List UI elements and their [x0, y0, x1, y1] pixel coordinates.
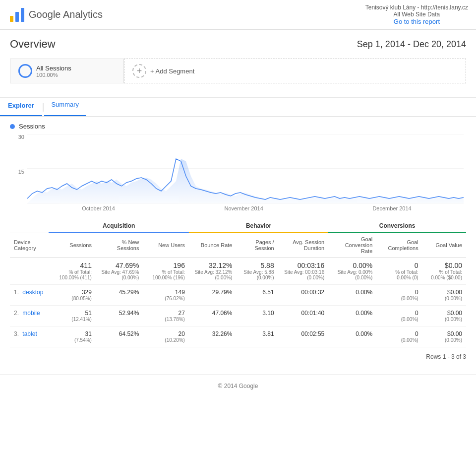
row-new-users-sub: (76.02%)	[147, 296, 184, 301]
group-behavior: Behavior	[189, 219, 328, 233]
chart-area: October 2014 November 2014 December 2014	[27, 134, 466, 215]
overview-header: Overview Sep 1, 2014 - Dec 20, 2014	[10, 38, 466, 51]
overview-title: Overview	[10, 38, 56, 51]
totals-row: 411 % of Total: 100.00% (411) 47.69% Sit…	[10, 258, 466, 285]
total-goal-conv: 0.00% Site Avg: 0.00% (0.00%)	[328, 258, 376, 285]
row-goal-comp: 0 (0.00%)	[376, 326, 422, 347]
report-link[interactable]: Go to this report	[394, 18, 440, 25]
legend-dot-icon	[10, 124, 15, 129]
segment-name: All Sessions	[36, 65, 71, 72]
sessions-chart	[27, 134, 464, 203]
col-pages: Pages / Session	[236, 233, 278, 258]
row-goal-value-sub: (0.00%)	[426, 317, 462, 322]
total-goal-comp-sub: % of Total: 0.00% (0)	[380, 269, 418, 280]
row-bounce: 47.06%	[189, 306, 237, 326]
x-label-dec: December 2014	[372, 205, 411, 211]
legend-label: Sessions	[19, 123, 45, 130]
row-new-users: 149 (76.02%)	[143, 285, 188, 306]
col-goal-comp: Goal Completions	[376, 233, 422, 258]
total-bounce-sub: Site Avg: 32.12% (0.00%)	[193, 269, 233, 280]
chart-wrapper: 30 15	[10, 134, 466, 215]
col-pct-new: % New Sessions	[96, 233, 143, 258]
add-segment-icon: +	[132, 64, 146, 78]
col-device-category: Device Category	[10, 233, 49, 258]
tab-explorer[interactable]: Explorer	[0, 98, 42, 116]
segment-circle-icon	[18, 64, 32, 78]
total-duration-sub: Site Avg: 00:03:16 (0.00%)	[282, 269, 325, 280]
col-sessions: Sessions	[49, 233, 96, 258]
total-new-users-sub: % of Total: 100.00% (196)	[147, 269, 184, 280]
total-goal-conv-sub: Site Avg: 0.00% (0.00%)	[332, 269, 372, 280]
col-new-users: New Users	[143, 233, 188, 258]
svg-rect-0	[10, 16, 13, 22]
row-new-users-sub: (13.78%)	[147, 317, 184, 322]
group-conversions: Conversions	[328, 219, 466, 233]
row-pages: 3.81	[236, 326, 278, 347]
table-row: 1. desktop 329 (80.05%) 45.29% 149 (76.0…	[10, 285, 466, 306]
spacer	[0, 215, 476, 219]
tab-summary[interactable]: Summary	[44, 98, 86, 116]
row-device-category: 2. mobile	[10, 306, 49, 326]
chart-section: Sessions 30 15	[0, 117, 476, 215]
site-name: Tenisový klub Lány - http://tenis.lany.c…	[365, 4, 468, 11]
header: Google Analytics Tenisový klub Lány - ht…	[0, 0, 476, 30]
row-goal-comp: 0 (0.00%)	[376, 306, 422, 326]
row-sessions-sub: (12.41%)	[53, 317, 92, 322]
col-goal-conv: Goal Conversion Rate	[328, 233, 376, 258]
row-link[interactable]: mobile	[22, 310, 40, 317]
data-table: Acquisition Behavior Conversions Device …	[10, 219, 466, 347]
row-num: 3.	[14, 330, 19, 337]
segment-bar: All Sessions 100.00% + + Add Segment	[10, 59, 466, 83]
rows-count: Rows 1 - 3 of 3	[10, 353, 466, 360]
total-goal-value: $0.00 % of Total: 0.00% ($0.00)	[422, 258, 466, 285]
row-pct-new: 52.94%	[96, 306, 143, 326]
row-new-users: 20 (10.20%)	[143, 326, 188, 347]
segment-text: All Sessions 100.00%	[36, 65, 71, 78]
row-goal-value: $0.00 (0.00%)	[422, 326, 466, 347]
row-sessions: 31 (7.54%)	[49, 326, 96, 347]
svg-rect-1	[15, 12, 19, 22]
logo-text: Google Analytics	[29, 9, 103, 20]
row-pages: 6.51	[236, 285, 278, 306]
col-duration: Avg. Session Duration	[278, 233, 329, 258]
row-goal-comp-sub: (0.00%)	[380, 337, 418, 343]
total-pages-sub: Site Avg: 5.88 (0.00%)	[240, 269, 274, 280]
row-goal-conv: 0.00%	[328, 326, 376, 347]
total-duration: 00:03:16 Site Avg: 00:03:16 (0.00%)	[278, 258, 329, 285]
site-sub: All Web Site Data	[365, 11, 468, 18]
row-goal-comp-sub: (0.00%)	[380, 296, 418, 301]
active-segment[interactable]: All Sessions 100.00%	[10, 59, 124, 83]
row-duration: 00:01:40	[278, 306, 329, 326]
row-duration: 00:02:55	[278, 326, 329, 347]
x-label-nov: November 2014	[225, 205, 263, 211]
total-goal-value-sub: % of Total: 0.00% ($0.00)	[426, 269, 462, 280]
total-pct-new: 47.69% Site Avg: 47.69% (0.00%)	[96, 258, 143, 285]
add-segment-button[interactable]: + + Add Segment	[124, 59, 466, 83]
row-goal-value-sub: (0.00%)	[426, 296, 462, 301]
x-axis-labels: October 2014 November 2014 December 2014	[27, 205, 466, 215]
row-goal-value: $0.00 (0.00%)	[422, 306, 466, 326]
row-pages: 3.10	[236, 306, 278, 326]
row-link[interactable]: desktop	[22, 289, 43, 296]
group-acquisition: Acquisition	[49, 219, 189, 233]
col-goal-value: Goal Value	[422, 233, 466, 258]
footer-text: © 2014 Google	[218, 383, 258, 390]
total-bounce: 32.12% Site Avg: 32.12% (0.00%)	[189, 258, 237, 285]
add-segment-label: + Add Segment	[150, 67, 194, 75]
row-device-category: 3. tablet	[10, 326, 49, 347]
y-axis: 30 15	[10, 134, 27, 203]
row-new-users-sub: (10.20%)	[147, 337, 184, 343]
footer: © 2014 Google	[0, 374, 476, 397]
table-row: 2. mobile 51 (12.41%) 52.94% 27 (13.78%)…	[10, 306, 466, 326]
col-bounce: Bounce Rate	[189, 233, 237, 258]
row-num: 1.	[14, 289, 19, 296]
row-bounce: 29.79%	[189, 285, 237, 306]
ga-logo-icon	[8, 6, 26, 24]
row-bounce: 32.26%	[189, 326, 237, 347]
row-goal-value: $0.00 (0.00%)	[422, 285, 466, 306]
chart-legend: Sessions	[10, 123, 466, 130]
row-link[interactable]: tablet	[22, 330, 37, 337]
row-sessions: 51 (12.41%)	[49, 306, 96, 326]
row-goal-comp: 0 (0.00%)	[376, 285, 422, 306]
row-pct-new: 64.52%	[96, 326, 143, 347]
